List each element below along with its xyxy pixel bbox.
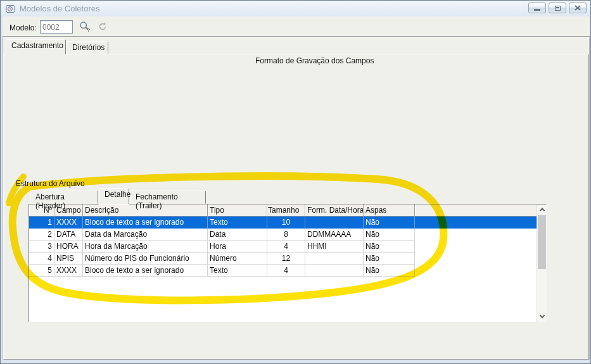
- minimize-button[interactable]: [528, 3, 546, 13]
- scrollbar-thumb[interactable]: [538, 215, 546, 269]
- table-row[interactable]: 1 XXXX Bloco de texto a ser ignorado Tex…: [29, 217, 537, 229]
- table-row[interactable]: 2 DATA Data da Marcação Data 8 DDMMAAAA …: [29, 229, 537, 241]
- table-header: Nº Campo Descrição Tipo Tamanho Form. Da…: [29, 204, 537, 217]
- tab-cadastramento[interactable]: Cadastramento: [6, 39, 66, 54]
- refresh-icon[interactable]: [98, 22, 108, 32]
- svg-text:?: ?: [87, 27, 90, 32]
- modelo-label: Modelo:: [10, 23, 37, 32]
- maximize-button[interactable]: [549, 3, 566, 13]
- minimize-icon: [534, 9, 540, 11]
- table-row[interactable]: 4 NPIS Número do PIS do Funcionário Núme…: [29, 253, 537, 265]
- table-row[interactable]: 3 HORA Hora da Marcação Hora 4 HHMI Não: [29, 241, 537, 253]
- close-button[interactable]: [569, 3, 587, 13]
- col-header-tipo[interactable]: Tipo: [208, 204, 267, 217]
- scroll-down-icon[interactable]: [537, 311, 547, 322]
- table-scrollbar[interactable]: [537, 204, 546, 322]
- table-row[interactable]: 5 XXXX Bloco de texto a ser ignorado Tex…: [29, 265, 537, 277]
- title-bar: Modelos de Coletores: [1, 1, 591, 16]
- maximize-icon: [555, 6, 561, 11]
- gravacao-group-title: Formato de Gravação dos Campos: [253, 56, 376, 65]
- modelo-lookup-icon[interactable]: ?: [79, 21, 91, 32]
- tab-abertura-header[interactable]: Abertura (Header): [30, 191, 98, 204]
- estrutura-group-title: Estrutura do Arquivo: [14, 179, 87, 188]
- dialog-window: Modelos de Coletores Modelo: ? Cadastram…: [0, 0, 591, 364]
- tab-diretorios[interactable]: Diretórios: [67, 41, 108, 54]
- col-header-formato[interactable]: Form. Data/Hora: [305, 204, 364, 217]
- close-icon: [575, 5, 581, 11]
- estrutura-table: Nº Campo Descrição Tipo Tamanho Form. Da…: [29, 204, 547, 322]
- table-body: 1 XXXX Bloco de texto a ser ignorado Tex…: [29, 217, 537, 277]
- col-header-tamanho[interactable]: Tamanho: [267, 204, 305, 217]
- modelo-input[interactable]: [40, 20, 73, 34]
- app-icon: [6, 4, 16, 14]
- col-header-filler: [415, 204, 537, 217]
- window-title: Modelos de Coletores: [20, 4, 99, 13]
- tab-detalhe[interactable]: Detalhe: [99, 188, 129, 204]
- toolbar: [3, 16, 590, 37]
- scroll-up-icon[interactable]: [537, 204, 547, 215]
- window-controls: [528, 3, 587, 13]
- tab-fechamento-trailer[interactable]: Fechamento (Trailer): [130, 191, 206, 204]
- col-header-aspas[interactable]: Aspas: [364, 204, 415, 217]
